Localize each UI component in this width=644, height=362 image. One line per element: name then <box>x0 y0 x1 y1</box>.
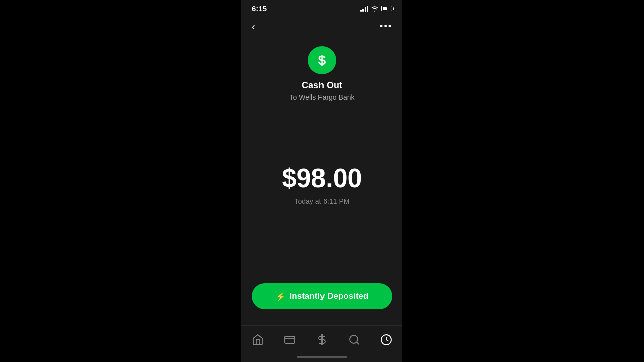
transaction-icon: $ <box>308 46 336 74</box>
transaction-amount: $98.00 <box>282 163 362 193</box>
home-icon <box>252 334 264 346</box>
svg-line-4 <box>357 342 359 344</box>
transaction-title: Cash Out <box>302 80 342 91</box>
main-content: $ Cash Out To Wells Fargo Bank $98.00 To… <box>242 38 403 275</box>
nav-home[interactable] <box>246 332 270 348</box>
instantly-deposited-label: Instantly Deposited <box>290 291 369 301</box>
nav-cash[interactable] <box>310 332 334 348</box>
bottom-section: ⚡ Instantly Deposited <box>242 275 403 325</box>
battery-icon <box>381 6 392 11</box>
nav-search[interactable] <box>342 332 366 348</box>
phone-screen: 6:15 ‹ ••• $ Cash Out To Wel <box>242 0 403 362</box>
home-indicator <box>242 352 403 362</box>
status-icons <box>360 6 393 12</box>
nav-activity[interactable] <box>374 332 398 348</box>
more-button[interactable]: ••• <box>378 19 394 34</box>
activity-icon <box>380 334 392 346</box>
lightning-icon: ⚡ <box>276 292 286 301</box>
signal-icon <box>360 6 369 12</box>
header: ‹ ••• <box>242 15 403 38</box>
nav-card[interactable] <box>278 332 302 348</box>
bottom-nav <box>242 325 403 352</box>
svg-rect-0 <box>285 336 295 343</box>
status-bar: 6:15 <box>242 0 403 15</box>
status-time: 6:15 <box>252 4 267 13</box>
search-icon <box>348 334 360 346</box>
transaction-timestamp: Today at 6:11 PM <box>295 197 350 205</box>
back-button[interactable]: ‹ <box>250 19 257 34</box>
svg-point-3 <box>350 335 358 343</box>
home-bar <box>297 356 347 358</box>
amount-section: $98.00 Today at 6:11 PM <box>282 101 362 267</box>
transaction-subtitle: To Wells Fargo Bank <box>290 93 355 101</box>
card-icon <box>284 334 296 346</box>
cash-icon <box>316 334 328 346</box>
dollar-icon: $ <box>318 53 326 68</box>
wifi-icon <box>371 6 379 12</box>
instantly-deposited-button[interactable]: ⚡ Instantly Deposited <box>252 283 392 309</box>
